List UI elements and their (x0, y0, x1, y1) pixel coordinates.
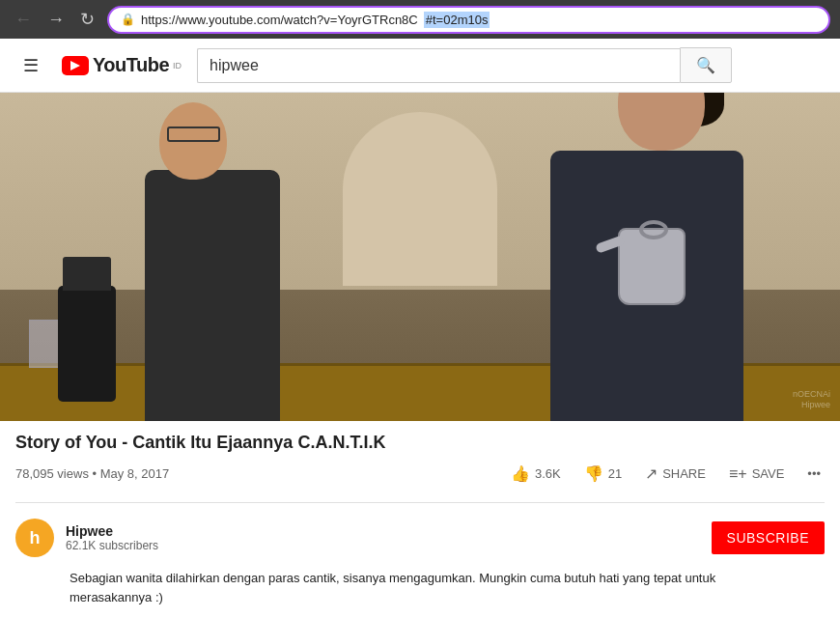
kettle-handle (639, 220, 668, 239)
video-scene: nOECNAi Hipwee (0, 93, 840, 421)
divider (15, 502, 825, 503)
person-right-head (618, 93, 705, 151)
video-description: Sebagian wanita dilahirkan dengan paras … (0, 565, 840, 618)
share-icon: ↗ (645, 464, 658, 483)
main-content: nOECNAi Hipwee Story of You - Cantik Itu… (0, 93, 840, 618)
url-prefix: https://www.youtube.com/watch?v=YoyrGTRc… (141, 13, 418, 27)
dislike-button[interactable]: 👎 21 (580, 461, 626, 487)
search-icon: 🔍 (696, 57, 715, 73)
person-left (116, 151, 309, 421)
address-bar[interactable]: 🔒 https://www.youtube.com/watch?v=YoyrGT… (107, 6, 830, 34)
lock-icon: 🔒 (121, 13, 135, 26)
share-button[interactable]: ↗ SHARE (641, 461, 710, 487)
back-button[interactable]: ← (10, 9, 37, 30)
scene-arch (343, 112, 497, 286)
refresh-button[interactable]: ↻ (75, 9, 99, 30)
video-stats: 78,095 views • May 8, 2017 (15, 466, 169, 481)
kettle (618, 228, 686, 305)
youtube-header: ☰ YouTubeID 🔍 (0, 39, 840, 93)
coffee-grinder-top (63, 257, 111, 291)
like-icon: 👍 (511, 464, 530, 483)
channel-row: h Hipwee 62.1K subscribers SUBSCRIBE (0, 511, 840, 565)
address-bar-container: 🔒 https://www.youtube.com/watch?v=YoyrGT… (107, 6, 830, 34)
youtube-logo-text: YouTube (93, 54, 169, 76)
person-left-head (159, 102, 227, 180)
dislike-count: 21 (608, 466, 622, 481)
more-button[interactable]: ••• (803, 463, 825, 485)
video-info: Story of You - Cantik Itu Ejaannya C.A.N… (0, 421, 840, 494)
person-left-body (145, 170, 280, 421)
save-label: SAVE (752, 466, 785, 481)
like-button[interactable]: 👍 3.6K (507, 461, 565, 487)
youtube-logo[interactable]: YouTubeID (62, 54, 182, 76)
video-watermark: nOECNAi Hipwee (793, 389, 830, 411)
channel-left: h Hipwee 62.1K subscribers (15, 519, 158, 557)
channel-info: Hipwee 62.1K subscribers (66, 523, 158, 552)
save-icon: ≡+ (729, 465, 747, 483)
youtube-logo-superscript: ID (173, 61, 182, 70)
youtube-logo-icon (62, 56, 89, 75)
video-actions: 👍 3.6K 👎 21 ↗ SHARE ≡+ SAVE ••• (507, 461, 825, 487)
channel-avatar[interactable]: h (15, 519, 54, 557)
video-player[interactable]: nOECNAi Hipwee (0, 93, 840, 421)
search-container: 🔍 (197, 47, 825, 83)
browser-chrome: ← → ↻ 🔒 https://www.youtube.com/watch?v=… (0, 0, 840, 39)
subscribe-button[interactable]: SUBSCRIBE (712, 521, 825, 554)
channel-subscribers: 62.1K subscribers (66, 539, 158, 552)
url-highlight: #t=02m10s (424, 12, 490, 28)
forward-button[interactable]: → (42, 9, 70, 30)
dislike-icon: 👎 (584, 464, 603, 483)
search-input[interactable] (197, 48, 680, 83)
coffee-grinder (58, 286, 116, 402)
search-button[interactable]: 🔍 (680, 47, 732, 83)
nav-buttons: ← → ↻ (10, 9, 99, 30)
save-button[interactable]: ≡+ SAVE (725, 462, 788, 487)
person-left-glasses (167, 126, 220, 142)
like-count: 3.6K (535, 466, 561, 481)
hamburger-menu[interactable]: ☰ (15, 47, 46, 84)
video-meta-row: 78,095 views • May 8, 2017 👍 3.6K 👎 21 ↗… (15, 461, 825, 487)
more-icon: ••• (807, 466, 821, 481)
video-title: Story of You - Cantik Itu Ejaannya C.A.N… (15, 433, 825, 453)
share-label: SHARE (662, 466, 706, 481)
channel-name: Hipwee (66, 523, 158, 539)
